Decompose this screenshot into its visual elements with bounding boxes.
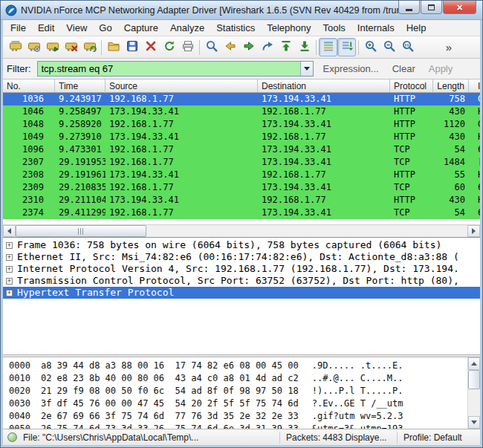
go-bottom-icon [298,39,311,56]
expander-icon[interactable]: + [6,242,13,249]
packet-row[interactable]: 10499.273910173.194.33.41192.168.1.77HTT… [3,131,480,143]
column-header-destination[interactable]: Destination [258,79,390,92]
window-icon[interactable] [5,4,17,16]
expander-icon[interactable]: + [6,278,13,285]
reload-button[interactable] [160,38,178,56]
go-back-button[interactable] [221,38,239,56]
capture-restart-button[interactable] [80,38,99,56]
maximize-button[interactable] [421,1,442,14]
apply-button[interactable]: Apply [425,62,457,76]
hex-vscroll-track[interactable] [468,370,480,416]
minimize-button[interactable] [398,1,420,14]
expander-icon[interactable]: + [6,266,13,273]
menu-item-view[interactable]: View [60,20,93,36]
packet-row[interactable]: 230929.210835192.168.1.77173.194.33.41TC… [3,181,480,194]
packet-list-hscrollbar[interactable] [3,224,480,237]
cell-destination: 173.194.33.41 [258,118,390,131]
hex-row[interactable]: 00402e 67 69 66 3f 75 74 6d 77 76 3d 35 … [9,410,465,423]
menu-item-file[interactable]: File [4,20,32,36]
expert-info-led[interactable] [7,432,17,442]
filter-label: Filter: [7,63,31,74]
toolbar-overflow-button[interactable]: » [443,39,455,55]
hex-lines: 0000a8 39 44 d8 a3 88 00 16 17 74 82 e6 … [9,360,465,429]
go-top-icon [279,39,293,56]
cell-protocol: HTTP [390,93,433,105]
menu-item-help[interactable]: Help [401,20,432,36]
zoom-out-button[interactable] [380,38,398,56]
hscroll-track[interactable] [16,225,467,237]
hex-row[interactable]: 00303f df 45 76 00 00 47 45 54 20 2f 5f … [9,397,465,410]
menu-item-analyze[interactable]: Analyze [164,20,210,36]
menu-item-internals[interactable]: Internals [351,20,401,36]
packet-row[interactable]: 237429.411299192.168.1.77173.194.33.41TC… [3,207,480,219]
hex-row[interactable]: 0000a8 39 44 d8 a3 88 00 16 17 74 82 e6 … [9,360,465,372]
zoom-in-button[interactable] [361,38,380,56]
menu-item-capture[interactable]: Capture [118,20,164,36]
hex-vscroll-thumb[interactable] [468,370,480,389]
capture-stop-button[interactable] [62,38,80,56]
packet-row[interactable]: 10369.243917192.168.1.77173.194.33.41HTT… [3,93,480,105]
file-open-button[interactable] [104,38,123,56]
colorize-button[interactable] [319,38,337,56]
column-header-in[interactable]: In [469,79,480,92]
capture-stop-icon [65,39,78,56]
menu-item-edit[interactable]: Edit [32,20,60,36]
column-header-source[interactable]: Source [106,79,258,92]
hex-row[interactable]: 002021 29 f9 08 00 50 f0 6c 54 ad 8f 0f … [9,385,465,397]
packet-row[interactable]: 231029.211104173.194.33.41192.168.1.77HT… [3,194,480,207]
scroll-right-button[interactable] [467,225,480,237]
go-forward-button[interactable] [239,38,258,56]
scroll-up-button[interactable] [468,357,480,370]
column-header-length[interactable]: Length [433,79,469,92]
details-row[interactable]: +Ethernet II, Src: Msi_74:82:e6 (00:16:1… [3,251,480,263]
interface-list-button[interactable] [6,38,25,56]
find-button[interactable] [202,38,221,56]
hscroll-thumb[interactable] [16,225,146,237]
hex-row[interactable]: 005026 75 74 6d 73 3d 33 26 75 74 6d 6e … [9,423,465,429]
clear-button[interactable]: Clear [389,62,419,76]
print-button[interactable] [178,38,197,56]
cell-length: 55 [433,169,469,181]
packet-row[interactable]: 10969.473301192.168.1.77173.194.33.41TCP… [3,143,480,156]
menu-item-telephony[interactable]: Telephony [261,20,317,36]
hex-row[interactable]: 001002 e8 23 8b 40 00 80 06 43 a4 c0 a8 … [9,372,465,385]
packet-row[interactable]: 10469.258497173.194.33.41192.168.1.77HTT… [3,105,480,118]
menu-item-tools[interactable]: Tools [317,20,351,36]
cell-info: 6 [469,143,480,156]
menu-item-statistics[interactable]: Statistics [210,20,261,36]
packet-row[interactable]: 10489.258920192.168.1.77173.194.33.41HTT… [3,118,480,131]
column-header-no[interactable]: No. [3,79,55,92]
close-button[interactable]: × [443,1,476,14]
cell-no: 2310 [3,194,55,207]
packet-row[interactable]: 230729.191953192.168.1.77173.194.33.41TC… [3,156,480,169]
hex-vscrollbar[interactable] [467,357,480,429]
go-bottom-button[interactable] [295,38,314,56]
menu-item-go[interactable]: Go [93,20,117,36]
hex-offset: 0010 [9,372,30,385]
go-top-button[interactable] [276,38,295,56]
details-row[interactable]: +Frame 1036: 758 bytes on wire (6064 bit… [3,239,480,251]
packet-row[interactable]: 230829.191961173.194.33.41192.168.1.77HT… [3,169,480,181]
capture-start-button[interactable] [43,38,62,56]
expander-icon[interactable]: + [6,254,13,261]
file-close-button[interactable] [141,38,160,56]
expander-icon[interactable]: + [6,290,13,296]
column-header-protocol[interactable]: Protocol [390,79,433,92]
filter-input[interactable] [38,62,300,76]
details-row[interactable]: +Transmission Control Protocol, Src Port… [3,275,480,287]
details-row[interactable]: +Internet Protocol Version 4, Src: 192.1… [3,263,480,275]
capture-options-button[interactable] [25,38,43,56]
file-save-button[interactable] [123,38,141,56]
filter-dropdown-button[interactable] [300,62,313,76]
column-header-time[interactable]: Time [55,79,106,92]
scroll-down-button[interactable] [468,416,480,429]
details-row[interactable]: +Hypertext Transfer Protocol [3,287,480,299]
expression-button[interactable]: Expression... [320,62,383,76]
auto-scroll-button[interactable] [337,38,356,56]
zoom-actual-button[interactable] [398,38,417,56]
cell-no: 1096 [3,143,55,156]
titlebar[interactable]: NVIDIA nForce MCP Networking Adapter Dri… [1,1,482,20]
cell-source: 192.168.1.77 [106,181,258,194]
scroll-left-button[interactable] [3,225,16,237]
go-to-packet-button[interactable] [258,38,276,56]
